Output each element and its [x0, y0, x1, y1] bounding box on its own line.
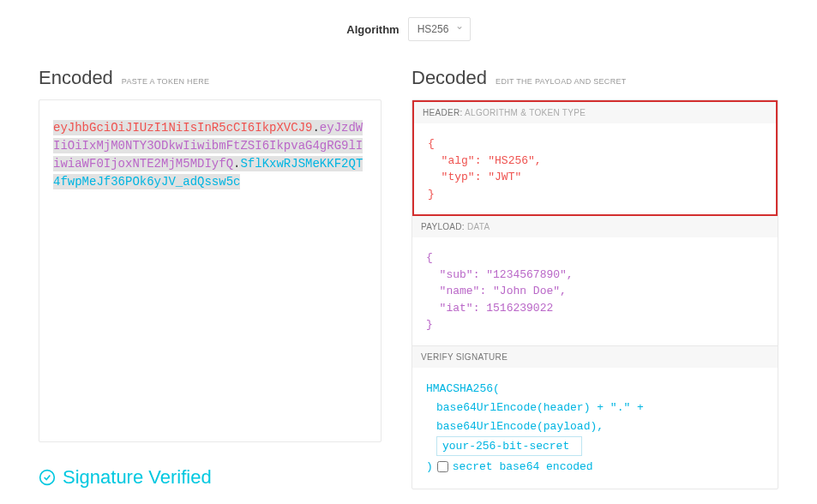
secret-base64-checkbox[interactable] — [437, 461, 448, 472]
signature-section-label: VERIFY SIGNATURE — [421, 352, 508, 362]
header-section: HEADER: ALGORITHM & TOKEN TYPE { "alg": … — [412, 100, 778, 216]
svg-point-0 — [40, 471, 55, 485]
secret-input[interactable] — [436, 436, 582, 456]
signature-verified-text: Signature Verified — [63, 466, 212, 489]
secret-base64-label[interactable]: secret base64 encoded — [453, 458, 593, 477]
payload-section: PAYLOAD: DATA { "sub": "1234567890", "na… — [412, 216, 778, 346]
close-paren: ) — [426, 458, 433, 477]
decoded-title: Decoded — [412, 67, 487, 89]
encoded-title: Encoded — [39, 67, 113, 89]
token-header-part: eyJhbGciOiJIUzI1NiIsInR5cCI6IkpXVCJ9 — [53, 121, 312, 135]
algorithm-label: Algorithm — [346, 23, 399, 36]
algorithm-select[interactable]: HS256 — [408, 17, 471, 41]
encoded-subtitle: PASTE A TOKEN HERE — [122, 77, 209, 86]
header-section-label: HEADER: — [423, 108, 463, 117]
encoded-token-input[interactable]: eyJhbGciOiJIUzI1NiIsInR5cCI6IkpXVCJ9.eyJ… — [39, 99, 381, 442]
signature-display: HMACSHA256( base64UrlEncode(header) + ".… — [412, 368, 778, 489]
signature-section: VERIFY SIGNATURE HMACSHA256( base64UrlEn… — [412, 346, 778, 489]
payload-section-label: PAYLOAD: — [421, 222, 465, 231]
decoded-subtitle: EDIT THE PAYLOAD AND SECRET — [496, 77, 626, 86]
header-section-sublabel: ALGORITHM & TOKEN TYPE — [465, 108, 586, 117]
checkmark-circle-icon — [39, 469, 56, 486]
header-editor[interactable]: { "alg": "HS256", "typ": "JWT" } — [414, 123, 776, 214]
payload-section-sublabel: DATA — [467, 222, 490, 231]
payload-editor[interactable]: { "sub": "1234567890", "name": "John Doe… — [412, 237, 778, 345]
